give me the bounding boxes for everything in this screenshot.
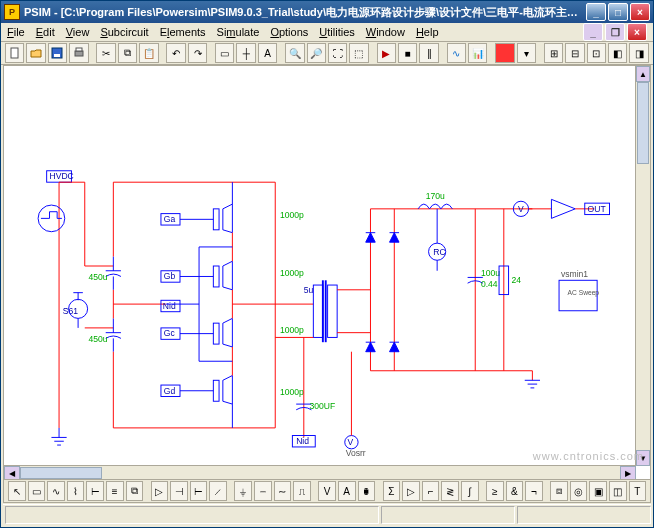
elem-compare-button[interactable]: ≷ [441, 481, 459, 501]
run-button[interactable]: ▶ [377, 43, 396, 63]
elem-vprobe-button[interactable]: V [318, 481, 336, 501]
menu-options[interactable]: Options [270, 26, 308, 38]
elem-not-button[interactable]: ¬ [525, 481, 543, 501]
menu-simulate[interactable]: Simulate [217, 26, 260, 38]
svg-rect-50 [213, 380, 219, 401]
scroll-right-arrow[interactable]: ▶ [620, 466, 636, 480]
mdi-minimize-button[interactable]: _ [583, 23, 603, 41]
elem-scope-button[interactable]: ⧯ [358, 481, 376, 501]
elem-and-button[interactable]: & [506, 481, 524, 501]
scroll-up-arrow[interactable]: ▲ [636, 66, 650, 82]
mdi-restore-button[interactable]: ❐ [605, 23, 625, 41]
elem-xfmr-button[interactable]: ⧈ [550, 481, 568, 501]
vscroll-thumb[interactable] [637, 82, 649, 164]
tool-c-button[interactable]: ⊡ [587, 43, 606, 63]
maximize-button[interactable]: □ [608, 3, 628, 21]
elem-resistor-button[interactable]: ▭ [28, 481, 46, 501]
elem-pulse-button[interactable]: ⎍ [293, 481, 311, 501]
waveform-button[interactable]: ∿ [447, 43, 466, 63]
elem-res2-button[interactable]: ≡ [106, 481, 124, 501]
elem-gnd-button[interactable]: ⏚ [234, 481, 252, 501]
elem-pid-button[interactable]: ∫ [461, 481, 479, 501]
menu-file[interactable]: FFileile [7, 26, 25, 38]
menu-view[interactable]: View [66, 26, 90, 38]
print-button[interactable] [69, 43, 88, 63]
elem-arrow-button[interactable]: ↖ [8, 481, 26, 501]
new-button[interactable] [5, 43, 24, 63]
close-button[interactable]: × [630, 3, 650, 21]
horizontal-scrollbar[interactable]: ◀ ▶ [4, 465, 636, 480]
zoom-area-button[interactable]: ⬚ [349, 43, 368, 63]
hvdc-label: HVDC [50, 171, 74, 181]
elem-iprobe-button[interactable]: A [338, 481, 356, 501]
redo-button[interactable]: ↷ [188, 43, 207, 63]
main-toolbar: ✂ ⧉ 📋 ↶ ↷ ▭ ┼ A 🔍 🔎 ⛶ ⬚ ▶ ■ ‖ ∿ 📊 ▾ ⊞ ⊟ … [1, 42, 653, 65]
scope-button[interactable]: 📊 [468, 43, 487, 63]
r2-val: 24 [511, 275, 521, 285]
tool-e-button[interactable]: ◨ [629, 43, 648, 63]
gate-gb: Gb [161, 271, 180, 282]
svg-rect-3 [75, 51, 83, 56]
elem-ac-button[interactable]: ∼ [274, 481, 292, 501]
zoom-out-button[interactable]: 🔎 [307, 43, 326, 63]
r1-val: 0.44 [481, 279, 498, 289]
mdi-close-button[interactable]: × [627, 23, 647, 41]
elem-igbt-button[interactable]: ⊢ [190, 481, 208, 501]
menu-utilities[interactable]: Utilities [319, 26, 354, 38]
elem-gain-button[interactable]: ▷ [402, 481, 420, 501]
menu-edit[interactable]: Edit [36, 26, 55, 38]
wire-button[interactable]: ┼ [236, 43, 255, 63]
vertical-scrollbar[interactable]: ▲ ▼ [635, 66, 650, 466]
stop-button[interactable]: ■ [398, 43, 417, 63]
save-button[interactable] [48, 43, 67, 63]
color-red-button[interactable] [495, 43, 514, 63]
elem-dc-button[interactable]: ⎓ [254, 481, 272, 501]
elem-limit-button[interactable]: ⌐ [422, 481, 440, 501]
menu-help[interactable]: Help [416, 26, 439, 38]
elem-port-button[interactable]: ◫ [609, 481, 627, 501]
status-cell-main [5, 506, 379, 524]
elem-switch-button[interactable]: ⟋ [209, 481, 227, 501]
schematic-canvas[interactable]: HVDC S61 450u 450u [4, 66, 636, 466]
hscroll-thumb[interactable] [20, 467, 102, 479]
status-cell-2 [517, 506, 651, 524]
cap-450u-top [106, 256, 121, 289]
label-button[interactable]: A [258, 43, 277, 63]
elem-mosfet-button[interactable]: ⊣ [170, 481, 188, 501]
gate-gd: Gd [161, 385, 180, 396]
elem-rlc-button[interactable]: ⧉ [126, 481, 144, 501]
elem-text-button[interactable]: T [629, 481, 647, 501]
select-button[interactable]: ▭ [215, 43, 234, 63]
elem-cap-button[interactable]: ⊢ [86, 481, 104, 501]
csnub-d: 1000p [280, 387, 304, 397]
copy-button[interactable]: ⧉ [118, 43, 137, 63]
paste-button[interactable]: 📋 [139, 43, 158, 63]
zoom-in-button[interactable]: 🔍 [285, 43, 304, 63]
menu-window[interactable]: Window [366, 26, 405, 38]
elem-or-button[interactable]: ≥ [486, 481, 504, 501]
undo-button[interactable]: ↶ [166, 43, 185, 63]
tool-b-button[interactable]: ⊟ [565, 43, 584, 63]
tool-d-button[interactable]: ◧ [608, 43, 627, 63]
menu-subcircuit[interactable]: Subcircuit [100, 26, 148, 38]
elem-motor-button[interactable]: ◎ [570, 481, 588, 501]
zoom-fit-button[interactable]: ⛶ [328, 43, 347, 63]
elem-wave-button[interactable]: ∿ [47, 481, 65, 501]
color-picker-button[interactable]: ▾ [517, 43, 536, 63]
elem-sum-button[interactable]: Σ [383, 481, 401, 501]
minimize-button[interactable]: _ [586, 3, 606, 21]
elem-diode-button[interactable]: ▷ [151, 481, 169, 501]
menu-elements[interactable]: Elements [160, 26, 206, 38]
gate-ga: Ga [161, 214, 180, 225]
ind-val: 170u [426, 191, 445, 201]
pause-button[interactable]: ‖ [419, 43, 438, 63]
elem-block-button[interactable]: ▣ [589, 481, 607, 501]
elem-inductor-button[interactable]: ⌇ [67, 481, 85, 501]
scroll-left-arrow[interactable]: ◀ [4, 466, 20, 480]
cut-button[interactable]: ✂ [96, 43, 115, 63]
mosfet-d [180, 376, 232, 428]
titlebar: P PSIM - [C:\Program Files\Powersim\PSIM… [1, 1, 653, 23]
ind-170u [418, 204, 452, 209]
tool-a-button[interactable]: ⊞ [544, 43, 563, 63]
open-button[interactable] [26, 43, 45, 63]
